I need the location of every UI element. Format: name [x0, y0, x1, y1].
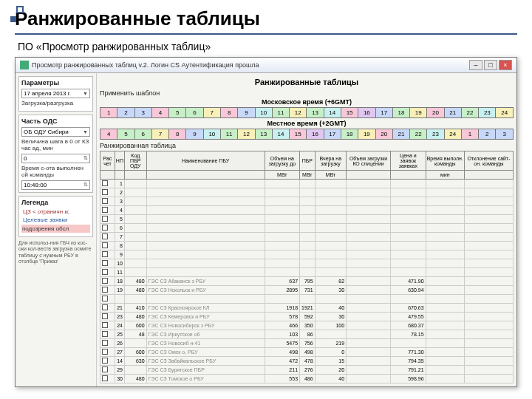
hour-cell[interactable]: 19	[410, 108, 427, 118]
table-row[interactable]: 2548 ГЭС СЗ Иркутское об 10386 78.15	[100, 330, 514, 339]
hour-cell[interactable]: 13	[307, 108, 324, 118]
table-row[interactable]: 27600 ГЭС СЗ Омск о, РБУ 4984980 771.30	[100, 348, 514, 357]
checkbox[interactable]	[102, 207, 108, 213]
checkbox[interactable]	[102, 216, 108, 222]
hour-cell[interactable]: 21	[444, 108, 461, 118]
table-row[interactable]: 11	[100, 268, 514, 277]
date-picker[interactable]: 17 апреля 2013 г.▼	[21, 89, 90, 98]
table-row[interactable]: 23480 ГЭС СЗ Кемеровск и РБУ 57859230 47…	[100, 313, 514, 321]
table-row[interactable]: 21410 ГЭС СЗ Красноярское КЛ 1918192140 …	[100, 304, 514, 313]
hour-cell[interactable]: 6	[186, 108, 203, 118]
rank-data-table[interactable]: Рас чет НП Код ПБР ОДУ Наименование ПБУ …	[100, 151, 514, 383]
interval-input[interactable]: 0⇅	[21, 154, 90, 163]
hour-cell[interactable]: 12	[238, 129, 255, 140]
close-button[interactable]: ×	[499, 60, 512, 70]
table-row[interactable]: 9	[100, 250, 514, 259]
hour-cell[interactable]: 10	[255, 108, 272, 118]
table-row[interactable]: 26 ГЭС СЗ Новосиб н-41 5475756219	[100, 339, 514, 348]
table-row[interactable]: 19480 ГЭС СЗ Нскольск и РБУ 289573130 63…	[100, 286, 514, 295]
checkbox[interactable]	[102, 180, 108, 186]
checkbox[interactable]	[102, 287, 108, 293]
checkbox[interactable]	[102, 242, 108, 248]
checkbox[interactable]	[102, 313, 108, 319]
hour-cell[interactable]: 6	[134, 129, 151, 140]
table-row[interactable]: 6	[100, 224, 514, 233]
hour-cell[interactable]: 10	[203, 129, 220, 140]
hour-cell[interactable]: 22	[410, 129, 427, 140]
hour-cell[interactable]: 21	[392, 129, 409, 140]
hour-cell[interactable]: 2	[117, 108, 134, 118]
hour-cell[interactable]: 18	[392, 108, 409, 118]
hour-cell[interactable]: 22	[461, 108, 478, 118]
hour-cell[interactable]: 16	[358, 108, 375, 118]
checkbox[interactable]	[102, 349, 108, 355]
hour-cell[interactable]: 5	[169, 108, 186, 118]
hour-cell[interactable]: 14	[324, 108, 341, 118]
hour-cell[interactable]: 7	[151, 129, 168, 140]
hour-cell[interactable]: 4	[151, 108, 168, 118]
checkbox[interactable]	[102, 304, 108, 310]
hour-cell[interactable]: 2	[479, 129, 496, 140]
table-row[interactable]: 8	[100, 242, 514, 250]
hour-cell[interactable]: 17	[324, 129, 341, 140]
hour-cell[interactable]: 13	[255, 129, 272, 140]
table-row[interactable]: 29 ГЭС СЗ Бурятское ПБР 21127620 791.21	[100, 366, 514, 375]
hour-grid-local[interactable]: 456789101112131415161718192021222324123	[100, 129, 514, 140]
checkbox[interactable]	[102, 331, 108, 337]
table-row[interactable]: 24600 ГЭС СЗ Новосибирск з РБУ 466350100…	[100, 321, 514, 330]
hour-cell[interactable]: 17	[375, 108, 392, 118]
hour-grid-msk[interactable]: 123456789101112131415161718192021222324	[100, 107, 514, 118]
minimize-button[interactable]: –	[469, 60, 482, 70]
checkbox[interactable]	[102, 269, 108, 275]
checkbox[interactable]	[102, 366, 108, 372]
hour-cell[interactable]: 11	[220, 129, 237, 140]
hour-cell[interactable]: 24	[496, 108, 514, 118]
hour-cell[interactable]: 3	[134, 108, 151, 118]
table-row[interactable]: 3	[100, 197, 514, 206]
hour-cell[interactable]: 18	[341, 129, 358, 140]
table-row[interactable]	[100, 295, 514, 304]
table-row[interactable]: 30480 ГЭС СЗ Томское о РБУ 55348640 598.…	[100, 375, 514, 383]
hour-cell[interactable]: 3	[496, 129, 514, 140]
checkbox[interactable]	[102, 260, 108, 266]
table-row[interactable]: 10	[100, 259, 514, 268]
checkbox[interactable]	[102, 358, 108, 364]
hour-cell[interactable]: 1	[100, 108, 117, 118]
hour-cell[interactable]: 4	[100, 129, 117, 140]
table-row[interactable]: 18480 ГЭС СЗ Абаканск з РБУ 63779582 471…	[100, 277, 514, 286]
checkbox[interactable]	[102, 296, 108, 301]
hour-cell[interactable]: 1	[461, 129, 478, 140]
table-row[interactable]: 2	[100, 188, 514, 197]
titlebar[interactable]: Просмотр ранжированных таблиц v.2. Логин…	[16, 58, 516, 73]
hour-cell[interactable]: 20	[375, 129, 392, 140]
hour-cell[interactable]: 12	[290, 108, 307, 118]
table-row[interactable]: 7	[100, 233, 514, 242]
hour-cell[interactable]: 16	[307, 129, 324, 140]
checkbox[interactable]	[102, 198, 108, 204]
hour-cell[interactable]: 20	[427, 108, 444, 118]
hour-cell[interactable]: 8	[169, 129, 186, 140]
hour-cell[interactable]: 9	[186, 129, 203, 140]
hour-cell[interactable]: 7	[203, 108, 220, 118]
checkbox[interactable]	[102, 225, 108, 231]
hour-cell[interactable]: 23	[479, 108, 496, 118]
checkbox[interactable]	[102, 278, 108, 284]
hour-cell[interactable]: 14	[272, 129, 289, 140]
table-row[interactable]: 4	[100, 206, 514, 215]
table-row[interactable]: 1	[100, 180, 514, 188]
hour-cell[interactable]: 15	[290, 129, 307, 140]
table-row[interactable]: 14630 ГЭС СЗ Забайкальское РБУ 47247815 …	[100, 357, 514, 366]
hour-cell[interactable]: 9	[238, 108, 255, 118]
maximize-button[interactable]: □	[484, 60, 497, 70]
hour-cell[interactable]: 23	[427, 129, 444, 140]
checkbox[interactable]	[102, 375, 108, 381]
checkbox[interactable]	[102, 251, 108, 257]
hour-cell[interactable]: 11	[272, 108, 289, 118]
hour-cell[interactable]: 24	[444, 129, 461, 140]
checkbox[interactable]	[102, 233, 108, 239]
hour-cell[interactable]: 8	[220, 108, 237, 118]
table-row[interactable]: 5	[100, 215, 514, 224]
hour-cell[interactable]: 19	[358, 129, 375, 140]
checkbox[interactable]	[102, 322, 108, 328]
hour-cell[interactable]: 5	[117, 129, 134, 140]
